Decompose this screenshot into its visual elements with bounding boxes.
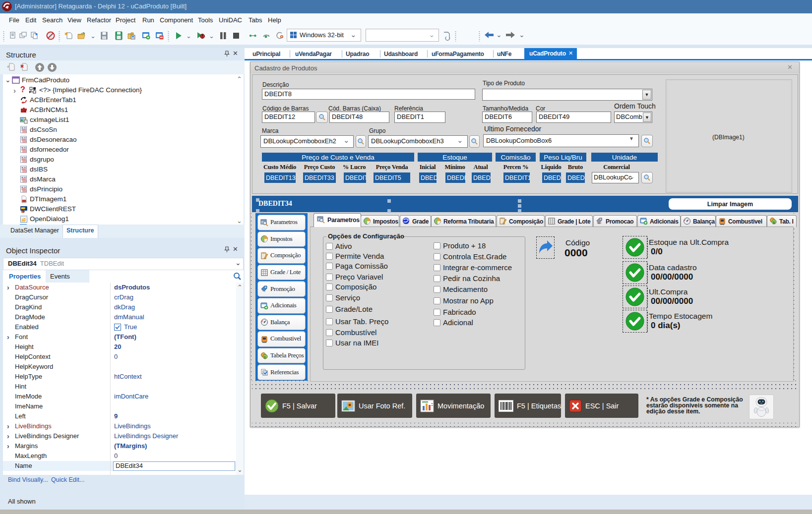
svg-text:$: $ xyxy=(264,355,266,358)
